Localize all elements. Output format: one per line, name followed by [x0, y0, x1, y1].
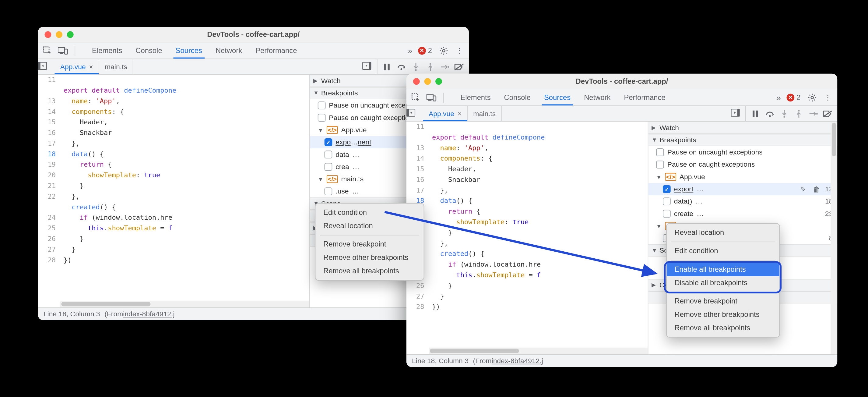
code-line[interactable]: }, [64, 191, 309, 202]
gutter-line[interactable]: 26 [38, 234, 60, 244]
gutter-line[interactable]: 25 [38, 223, 60, 234]
toggle-debugger-icon[interactable] [362, 62, 377, 71]
menu-item[interactable]: Disable all breakpoints [667, 276, 779, 289]
bp-group-appvue[interactable]: ▼</>App.vue [648, 171, 837, 183]
gutter-line[interactable]: 18 [38, 149, 60, 160]
step-into-icon[interactable] [778, 107, 790, 119]
code-line[interactable]: } [432, 228, 648, 238]
code-line[interactable]: }, [432, 185, 648, 196]
step-over-icon[interactable] [395, 61, 407, 73]
gutter-line[interactable]: 20 [38, 170, 60, 181]
menu-item[interactable]: Remove other breakpoints [667, 308, 779, 321]
tab-performance[interactable]: Performance [249, 42, 304, 58]
source-map-link[interactable]: index-8bfa4912.j [492, 357, 543, 365]
tab-elements[interactable]: Elements [85, 42, 129, 58]
device-toggle-icon[interactable] [57, 45, 69, 57]
code-line[interactable]: name: 'App', [432, 143, 648, 153]
file-tab-main-ts[interactable]: main.ts [99, 59, 133, 74]
code-line[interactable]: export default defineCompone [432, 132, 648, 143]
gutter-line[interactable]: 28 [406, 302, 429, 313]
gutter-line[interactable]: 27 [406, 291, 429, 302]
horizontal-scrollbar[interactable] [60, 301, 309, 307]
section-breakpoints[interactable]: ▼Breakpoints [648, 134, 837, 146]
close-file-tab-icon[interactable]: × [89, 63, 93, 71]
code-line[interactable]: created() { [64, 202, 309, 213]
menu-item[interactable]: Remove breakpoint [315, 238, 424, 251]
pause-uncaught-checkbox[interactable]: Pause on uncaught exceptions [648, 146, 837, 159]
delete-bp-icon[interactable]: 🗑 [811, 185, 822, 193]
gutter-line[interactable]: 19 [38, 160, 60, 170]
gutter-line[interactable]: 26 [406, 281, 429, 291]
tab-sources[interactable]: Sources [537, 89, 577, 106]
code-line[interactable]: data() { [432, 196, 648, 206]
more-tabs-icon[interactable]: » [776, 93, 781, 102]
step-over-icon[interactable] [764, 107, 776, 119]
gutter-line[interactable]: 11 [406, 121, 429, 132]
gutter-line[interactable]: 14 [38, 107, 60, 117]
inspect-icon[interactable] [41, 45, 53, 57]
step-icon[interactable] [807, 107, 819, 119]
gutter-line[interactable]: 14 [406, 153, 429, 164]
pause-icon[interactable] [381, 61, 393, 73]
gutter-line[interactable]: 15 [406, 164, 429, 175]
vertical-scrollbar[interactable] [831, 121, 837, 355]
inspect-icon[interactable] [410, 91, 422, 103]
tab-network[interactable]: Network [209, 42, 249, 58]
gutter-line[interactable]: 16 [38, 127, 60, 138]
tab-network[interactable]: Network [577, 89, 617, 106]
pause-icon[interactable] [749, 107, 762, 119]
code-editor[interactable]: export default defineCompone name: 'App'… [60, 75, 309, 307]
code-line[interactable]: name: 'App', [64, 96, 309, 107]
code-line[interactable]: showTemplate: true [64, 170, 309, 181]
source-map-link[interactable]: index-8bfa4912.j [123, 310, 175, 318]
gutter-line[interactable]: 16 [406, 175, 429, 185]
gutter-line[interactable]: 11 [38, 75, 60, 85]
error-badge[interactable]: ✕ 2 [418, 46, 432, 55]
menu-item[interactable]: Edit condition [667, 244, 779, 258]
tab-console[interactable]: Console [497, 89, 537, 106]
menu-item[interactable]: Enable all breakpoints [667, 263, 779, 276]
gutter-line[interactable]: 27 [38, 244, 60, 255]
toggle-navigator-icon[interactable] [38, 62, 53, 71]
device-toggle-icon[interactable] [425, 91, 437, 103]
gutter-line[interactable]: 22 [38, 191, 60, 202]
gutter-line[interactable]: 12 [406, 132, 429, 143]
menu-item[interactable]: Remove other breakpoints [315, 251, 424, 264]
code-line[interactable] [64, 75, 309, 85]
step-out-icon[interactable] [793, 107, 805, 119]
code-line[interactable]: this.showTemplate = f [432, 270, 648, 281]
code-line[interactable]: Snackbar [432, 175, 648, 185]
code-line[interactable]: if (window.location.hre [432, 259, 648, 270]
settings-icon[interactable] [437, 45, 450, 57]
bp-item-data[interactable]: data()… 18 [648, 195, 837, 207]
close-file-tab-icon[interactable]: × [458, 110, 462, 118]
more-tabs-icon[interactable]: » [408, 46, 412, 55]
code-line[interactable]: }, [64, 138, 309, 149]
code-line[interactable]: } [64, 234, 309, 244]
code-line[interactable]: } [432, 291, 648, 302]
code-line[interactable]: components: { [432, 153, 648, 164]
menu-item[interactable]: Reveal location [315, 219, 424, 233]
gutter-line[interactable]: 13 [406, 143, 429, 153]
tab-sources[interactable]: Sources [169, 42, 209, 58]
horizontal-scrollbar[interactable] [429, 348, 648, 355]
code-editor[interactable]: export default defineCompone name: 'App'… [429, 121, 648, 355]
gutter-line[interactable]: 24 [38, 213, 60, 223]
settings-icon[interactable] [806, 91, 818, 103]
gutter-line[interactable]: 17 [38, 138, 60, 149]
gutter-line[interactable]: 15 [38, 117, 60, 128]
edit-bp-icon[interactable]: ✎ [798, 185, 808, 193]
file-tab-main-ts[interactable]: main.ts [468, 106, 502, 121]
file-tab-app-vue[interactable]: App.vue × [55, 59, 99, 74]
code-line[interactable]: data() { [64, 149, 309, 160]
code-line[interactable]: components: { [64, 107, 309, 117]
bp-item-export[interactable]: export… ✎ 🗑 12 [648, 183, 837, 195]
gutter-line[interactable]: 12 [38, 85, 60, 96]
menu-item[interactable]: Edit condition [315, 206, 424, 219]
gutter-line[interactable]: 21 [38, 181, 60, 191]
code-line[interactable]: return { [64, 160, 309, 170]
tab-elements[interactable]: Elements [454, 89, 497, 106]
code-line[interactable]: }) [432, 302, 648, 313]
error-badge[interactable]: ✕ 2 [786, 93, 800, 102]
pause-caught-checkbox[interactable]: Pause on caught exceptions [648, 159, 837, 171]
